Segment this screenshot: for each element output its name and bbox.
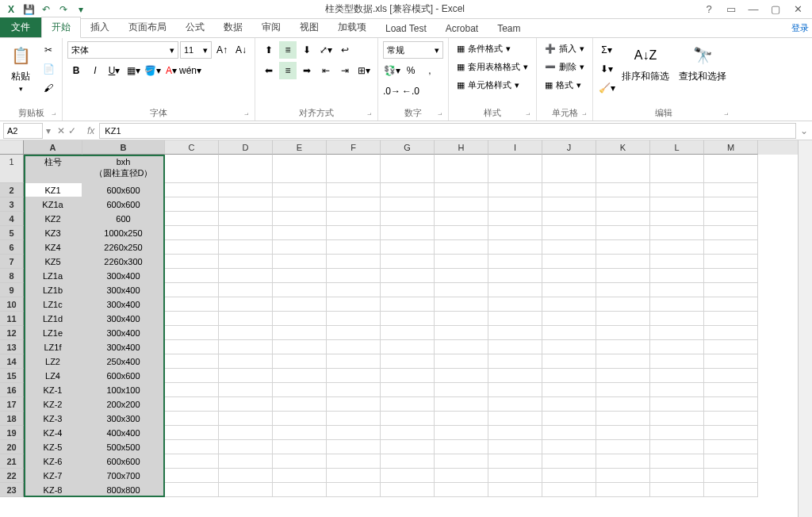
tab-team[interactable]: Team [488,20,530,37]
row-header[interactable]: 15 [0,369,24,383]
cell[interactable] [650,412,704,426]
vertical-scrollbar[interactable] [798,140,812,517]
cell[interactable] [704,269,758,283]
cell[interactable] [381,354,435,369]
cell[interactable] [273,255,327,269]
tab-file[interactable]: 文件 [0,17,41,37]
name-box[interactable]: A2 [3,123,43,139]
cell[interactable] [435,397,488,412]
cell[interactable] [542,269,596,283]
cell[interactable]: 300x400 [82,312,165,326]
cell[interactable] [542,340,596,354]
cell[interactable] [435,469,488,483]
cell[interactable] [381,326,435,340]
cell[interactable] [327,212,381,226]
cell[interactable]: KZ-1 [24,383,82,397]
ribbon-toggle-button[interactable]: ▭ [723,2,739,17]
cell[interactable] [650,255,704,269]
row-header[interactable]: 2 [0,183,24,197]
format-painter-icon[interactable]: 🖌 [40,79,57,97]
cell[interactable] [650,269,704,283]
font-name-select[interactable]: 宋体▾ [67,41,178,59]
cell[interactable]: KZ4 [24,240,82,255]
cell[interactable] [704,440,758,454]
table-format-button[interactable]: ▦套用表格格式▾ [454,59,531,75]
cell[interactable] [327,155,381,183]
cell[interactable] [704,454,758,469]
cell[interactable] [219,383,273,397]
row-header[interactable]: 22 [0,469,24,483]
cell[interactable]: KZ-4 [24,426,82,440]
cell[interactable] [273,354,327,369]
cell[interactable] [542,226,596,240]
cell[interactable] [219,283,273,297]
cell[interactable] [704,183,758,197]
tab-layout[interactable]: 页面布局 [119,17,176,37]
cell[interactable] [650,240,704,255]
redo-icon[interactable]: ↷ [56,2,71,17]
cell[interactable]: 250x400 [82,354,165,369]
row-header[interactable]: 5 [0,226,24,240]
cell[interactable] [542,312,596,326]
cell[interactable]: 600x600 [82,183,165,197]
shrink-font-icon[interactable]: A↓ [232,41,250,59]
cell[interactable] [273,155,327,183]
cell[interactable] [219,454,273,469]
cell[interactable] [165,197,219,212]
cell[interactable]: 500x500 [82,440,165,454]
cell[interactable] [488,454,542,469]
cell[interactable] [596,326,650,340]
fx-icon[interactable]: fx [82,125,99,136]
cell[interactable] [542,283,596,297]
cancel-formula-icon[interactable]: ✕ [57,125,65,136]
cell[interactable] [273,412,327,426]
italic-button[interactable]: I [86,62,104,79]
align-middle-icon[interactable]: ≡ [279,41,297,59]
cell[interactable]: KZ3 [24,226,82,240]
cell[interactable] [219,240,273,255]
cell[interactable]: LZ1b [24,283,82,297]
cell[interactable] [273,240,327,255]
row-header[interactable]: 23 [0,483,24,497]
autosum-icon[interactable]: Σ▾ [598,41,615,59]
align-right-icon[interactable]: ➡ [298,62,316,79]
cell[interactable] [381,397,435,412]
cell[interactable] [165,397,219,412]
cell[interactable] [327,197,381,212]
cell[interactable]: KZ5 [24,255,82,269]
cell[interactable] [488,469,542,483]
cell[interactable]: KZ-2 [24,397,82,412]
cell[interactable] [542,197,596,212]
cell[interactable] [704,283,758,297]
cell[interactable] [381,383,435,397]
cell[interactable] [596,269,650,283]
row-header[interactable]: 8 [0,269,24,283]
cell[interactable] [704,240,758,255]
cell[interactable] [327,240,381,255]
cell[interactable]: 600x600 [82,369,165,383]
cell[interactable] [273,340,327,354]
cell[interactable]: KZ-6 [24,454,82,469]
tab-view[interactable]: 视图 [290,17,328,37]
cell[interactable] [435,283,488,297]
cell[interactable] [488,383,542,397]
cell[interactable] [488,440,542,454]
cell[interactable] [704,369,758,383]
cell[interactable] [435,297,488,312]
merge-button[interactable]: ⊞▾ [355,62,373,79]
cell[interactable] [165,183,219,197]
cell[interactable] [327,454,381,469]
tab-home[interactable]: 开始 [41,17,81,38]
cell[interactable] [381,297,435,312]
cell[interactable] [219,426,273,440]
cell[interactable] [327,412,381,426]
cell[interactable] [650,183,704,197]
cell[interactable]: KZ-3 [24,412,82,426]
row-header[interactable]: 9 [0,283,24,297]
cell[interactable] [219,197,273,212]
cell[interactable] [165,212,219,226]
cell[interactable] [327,226,381,240]
cell[interactable] [488,255,542,269]
row-header[interactable]: 19 [0,426,24,440]
col-header-C[interactable]: C [165,140,219,155]
